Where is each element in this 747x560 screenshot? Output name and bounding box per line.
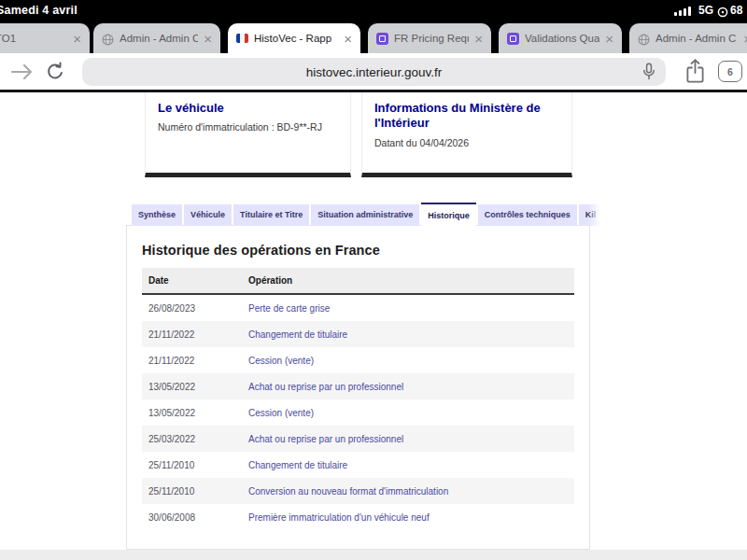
page-tab-controles-techniques[interactable]: Contrôles techniques <box>478 204 577 226</box>
globe-favicon-icon <box>638 33 650 45</box>
network-type-label: 5G <box>698 4 713 17</box>
operation-date: 25/11/2010 <box>142 460 242 470</box>
purple-app-favicon-icon <box>507 33 519 45</box>
table-row: 25/03/2022Achat ou reprise par un profes… <box>142 426 574 452</box>
tab-close-icon[interactable]: × <box>73 32 81 46</box>
page-content: Le véhicule Numéro d'immatriculation : B… <box>0 92 747 560</box>
table-row: 25/11/2010Conversion au nouveau format d… <box>142 478 574 504</box>
tab-close-icon[interactable]: × <box>474 32 483 46</box>
tab-close-icon[interactable]: × <box>605 32 613 46</box>
column-header-operation: Opération <box>242 275 574 286</box>
operation-link[interactable]: Changement de titulaire <box>242 460 574 470</box>
operation-date: 25/03/2022 <box>142 434 242 444</box>
table-row: 13/05/2022Cession (vente) <box>142 399 574 426</box>
operation-date: 30/06/2008 <box>142 512 242 523</box>
operations-table: Date Opération 26/08/2023Perte de carte … <box>142 268 574 530</box>
browser-toolbar: histovec.interieur.gouv.fr 6 <box>0 53 747 90</box>
operation-link[interactable]: Changement de titulaire <box>242 329 574 340</box>
purple-app-favicon-icon <box>376 33 388 45</box>
operation-date: 25/11/2010 <box>142 486 242 497</box>
share-icon[interactable] <box>684 59 706 88</box>
operation-link[interactable]: Achat ou reprise par un professionnel <box>242 434 574 444</box>
cellular-signal-icon <box>674 7 691 16</box>
browser-tab[interactable]: HistoVec - Rapp× <box>228 23 360 53</box>
tab-close-icon[interactable]: × <box>344 32 352 46</box>
reload-button[interactable] <box>44 61 66 87</box>
next-section-strip <box>0 550 747 560</box>
page-tab-kil[interactable]: Kil <box>579 204 603 226</box>
column-header-date: Date <box>142 275 242 286</box>
report-tab-bar: SynthèseVéhiculeTitulaire et TitreSituat… <box>132 203 603 226</box>
browser-tab-title: Admin - Admin C <box>120 33 198 44</box>
table-row: 26/08/2023Perte de carte grise <box>142 295 574 321</box>
url-text: histovec.interieur.gouv.fr <box>306 65 442 79</box>
page-tab-titulaire-et-titre[interactable]: Titulaire et Titre <box>233 204 309 226</box>
operation-date: 13/05/2022 <box>142 408 242 418</box>
table-row: 25/11/2010Changement de titulaire <box>142 452 574 478</box>
browser-tab[interactable]: Admin - Admin C× <box>93 23 220 53</box>
ministry-info-card: Informations du Ministère de l'Intérieur… <box>361 92 572 177</box>
orientation-lock-icon <box>717 5 728 21</box>
table-row: 13/05/2022Achat ou reprise par un profes… <box>142 373 574 399</box>
chrome-divider <box>0 90 747 92</box>
tab-close-icon[interactable]: × <box>743 32 747 46</box>
france-flag-favicon-icon <box>236 34 248 43</box>
browser-tab-title: HistoVec - Rapp <box>254 33 338 44</box>
browser-tab-title: Validations Qual <box>525 33 599 44</box>
registration-number: Numéro d'immatriculation : BD-9**-RJ <box>158 121 338 133</box>
browser-tab[interactable]: Validations Qual× <box>499 23 622 53</box>
browser-tab-title: TO1 <box>0 33 67 44</box>
screen: Samedi 4 avril 5G 68 TO1×Admin - Admin C… <box>0 0 747 560</box>
operation-link[interactable]: Perte de carte grise <box>242 303 574 314</box>
section-heading: Historique des opérations en France <box>142 243 574 258</box>
microphone-icon[interactable] <box>642 63 655 85</box>
page-tab-synthese[interactable]: Synthèse <box>132 204 182 226</box>
table-row: 21/11/2022Changement de titulaire <box>142 321 574 347</box>
table-body: 26/08/2023Perte de carte grise21/11/2022… <box>142 295 574 530</box>
page-tab-historique[interactable]: Historique <box>421 203 476 226</box>
browser-tab[interactable]: FR Pricing Requ× <box>368 23 491 53</box>
table-row: 21/11/2022Cession (vente) <box>142 347 574 373</box>
status-bar: Samedi 4 avril 5G 68 <box>0 0 747 21</box>
tab-overview-button[interactable]: 6 <box>718 61 742 82</box>
operation-link[interactable]: Achat ou reprise par un professionnel <box>242 382 574 392</box>
tab-close-icon[interactable]: × <box>204 32 212 46</box>
operation-link[interactable]: Cession (vente) <box>242 356 574 366</box>
data-date: Datant du 04/04/2026 <box>374 137 559 148</box>
page-tab-vehicule[interactable]: Véhicule <box>184 204 232 226</box>
browser-tab-title: Admin - Admin C <box>655 33 738 44</box>
operation-link[interactable]: Première immatriculation d'un véhicule n… <box>242 512 574 523</box>
browser-tab[interactable]: TO1× <box>0 23 90 53</box>
operation-date: 21/11/2022 <box>142 329 242 340</box>
operation-date: 26/08/2023 <box>142 303 242 314</box>
operation-date: 21/11/2022 <box>142 356 242 366</box>
vehicle-card: Le véhicule Numéro d'immatriculation : B… <box>145 92 351 177</box>
url-field[interactable]: histovec.interieur.gouv.fr <box>82 58 666 86</box>
vehicle-card-title: Le véhicule <box>158 101 338 116</box>
operation-link[interactable]: Cession (vente) <box>242 408 574 418</box>
table-header-row: Date Opération <box>142 268 574 295</box>
operation-link[interactable]: Conversion au nouveau format d'immatricu… <box>242 486 574 497</box>
battery-percent: 68 <box>730 4 742 17</box>
globe-favicon-icon <box>102 33 114 45</box>
table-row: 30/06/2008Première immatriculation d'un … <box>142 504 574 530</box>
operation-date: 13/05/2022 <box>142 382 242 392</box>
historique-panel: Historique des opérations en France Date… <box>126 225 590 550</box>
status-date: Samedi 4 avril <box>0 4 78 17</box>
browser-tab-title: FR Pricing Requ <box>394 33 469 44</box>
browser-tab-strip: TO1×Admin - Admin C×HistoVec - Rapp×FR P… <box>0 21 747 53</box>
browser-tab[interactable]: Admin - Admin C× <box>629 23 747 53</box>
page-tab-situation-administrative[interactable]: Situation administrative <box>311 204 419 226</box>
forward-button[interactable] <box>7 62 37 86</box>
ministry-card-title: Informations du Ministère de l'Intérieur <box>374 101 559 132</box>
